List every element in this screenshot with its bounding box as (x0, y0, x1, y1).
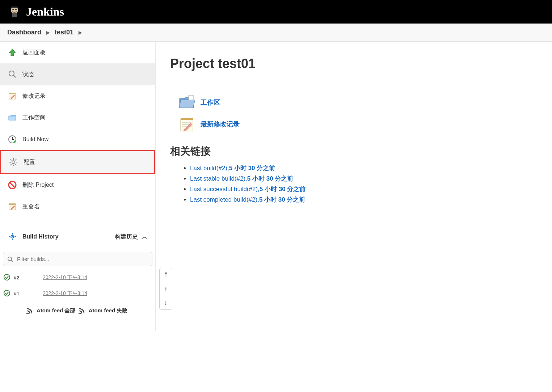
related-link-item: Last completed build(#2),5 小时 30 分之前 (190, 195, 538, 204)
arrow-up-icon (7, 47, 17, 58)
scroll-up-button[interactable]: ↑ (160, 282, 172, 296)
breadcrumb: Dashboard ▶ test01 ▶ (0, 24, 552, 42)
chevron-up-icon[interactable]: ︿ (142, 232, 148, 241)
page-title: Project test01 (170, 56, 538, 71)
sidebar-item-label: 删除 Project (22, 181, 54, 189)
sidebar-item-label: Build Now (22, 136, 49, 143)
sidebar-item-label: 重命名 (22, 203, 40, 211)
sidebar-item-label: 修改记录 (22, 92, 46, 100)
clock-play-icon (7, 134, 17, 144)
svg-point-33 (4, 274, 10, 280)
svg-rect-37 (181, 118, 193, 120)
build-row[interactable]: #1 2022-2-10 下午3:14 (0, 286, 155, 302)
rss-icon (79, 308, 85, 314)
header-title[interactable]: Jenkins (26, 5, 64, 18)
build-history-header[interactable]: Build History 构建历史 ︿ (0, 225, 155, 248)
svg-rect-35 (189, 96, 194, 100)
svg-line-17 (10, 159, 12, 160)
related-links-heading: 相关链接 (170, 144, 538, 158)
filter-builds-container (3, 252, 152, 266)
sidebar-item-label: 工作空间 (22, 114, 46, 122)
last-stable-build-link[interactable]: Last stable build(#2),5 小时 30 分之前 (190, 175, 293, 182)
notepad-pencil-icon (177, 115, 196, 134)
magnifier-icon (7, 69, 17, 79)
changes-link-row: 最新修改记录 (177, 115, 538, 134)
jenkins-logo-icon[interactable] (7, 5, 22, 19)
related-links-list: Last build(#2),5 小时 30 分之前 Last stable b… (170, 164, 538, 204)
sidebar-item-configure[interactable]: 配置 (0, 150, 155, 174)
svg-point-31 (8, 257, 12, 261)
svg-rect-23 (9, 204, 16, 210)
folder-open-icon (177, 93, 196, 112)
svg-point-3 (15, 9, 17, 10)
chevron-right-icon: ▶ (79, 30, 82, 35)
trend-icon (7, 232, 17, 242)
success-icon (4, 274, 11, 281)
workspace-link-row: 工作区 (177, 93, 538, 112)
svg-point-26 (12, 236, 13, 237)
svg-point-5 (9, 71, 14, 76)
svg-rect-24 (9, 203, 16, 205)
sidebar-item-workspace[interactable]: 工作空间 (0, 107, 155, 128)
svg-point-12 (12, 161, 15, 164)
sidebar-item-back-to-dashboard[interactable]: 返回面板 (0, 42, 155, 63)
folder-icon (7, 113, 17, 123)
svg-line-19 (10, 164, 12, 165)
notepad-icon (7, 202, 17, 212)
filter-builds-input[interactable] (3, 252, 152, 266)
related-link-item: Last build(#2),5 小时 30 分之前 (190, 164, 538, 172)
search-icon (7, 256, 13, 262)
atom-feed-row: Atom feed 全部 Atom feed 失败 (0, 302, 155, 320)
chevron-right-icon: ▶ (46, 30, 50, 35)
build-history-subtitle[interactable]: 构建历史 (115, 233, 138, 241)
sidebar-item-changes[interactable]: 修改记录 (0, 85, 155, 107)
gear-icon (8, 157, 18, 167)
related-link-item: Last stable build(#2),5 小时 30 分之前 (190, 174, 538, 183)
no-entry-icon (7, 180, 17, 190)
scroll-top-button[interactable]: ⤒ (160, 268, 172, 282)
related-link-item: Last successful build(#2),5 小时 30 分之前 (190, 185, 538, 193)
svg-rect-4 (11, 7, 18, 8)
notepad-icon (7, 91, 17, 101)
scroll-widget: ⤒ ↑ ↓ (159, 268, 172, 310)
build-history-title: Build History (22, 233, 115, 240)
build-date-link[interactable]: 2022-2-10 下午3:14 (43, 274, 87, 281)
sidebar-item-delete-project[interactable]: 删除 Project (0, 174, 155, 196)
svg-line-6 (13, 75, 16, 77)
svg-rect-1 (12, 13, 17, 17)
svg-line-32 (11, 260, 13, 262)
sidebar-item-label: 状态 (22, 71, 34, 78)
scroll-down-button[interactable]: ↓ (160, 296, 172, 309)
sidebar: 返回面板 状态 修改记录 工作空间 Build Now (0, 42, 156, 331)
atom-feed-all-link[interactable]: Atom feed 全部 (37, 307, 76, 313)
header-bar: Jenkins (0, 0, 552, 24)
sidebar-item-rename[interactable]: 重命名 (0, 196, 155, 218)
workspace-link[interactable]: 工作区 (201, 98, 220, 107)
last-successful-build-link[interactable]: Last successful build(#2),5 小时 30 分之前 (190, 186, 306, 193)
sidebar-item-status[interactable]: 状态 (0, 63, 155, 85)
sidebar-item-build-now[interactable]: Build Now (0, 128, 155, 150)
svg-line-20 (15, 159, 16, 160)
main-content: Project test01 工作区 最新修改记录 相关链接 Last buil… (156, 42, 552, 331)
sidebar-item-label: 返回面板 (22, 49, 46, 56)
success-icon (4, 290, 11, 297)
sidebar-item-label: 配置 (24, 159, 35, 166)
svg-rect-7 (9, 93, 16, 99)
last-build-link[interactable]: Last build(#2),5 小时 30 分之前 (190, 165, 275, 172)
svg-line-18 (15, 164, 16, 165)
build-date-link[interactable]: 2022-2-10 下午3:14 (43, 290, 87, 297)
build-row[interactable]: #2 2022-2-10 下午3:14 (0, 270, 155, 286)
svg-point-34 (4, 290, 10, 296)
build-number-link[interactable]: #2 (14, 275, 25, 281)
svg-point-2 (12, 9, 14, 10)
changes-link[interactable]: 最新修改记录 (201, 120, 240, 128)
last-completed-build-link[interactable]: Last completed build(#2),5 小时 30 分之前 (190, 196, 305, 203)
build-number-link[interactable]: #1 (14, 291, 25, 296)
breadcrumb-item-dashboard[interactable]: Dashboard (7, 29, 41, 36)
svg-rect-8 (9, 93, 16, 94)
atom-feed-fail-link[interactable]: Atom feed 失败 (89, 307, 128, 313)
breadcrumb-item-project[interactable]: test01 (55, 29, 73, 36)
rss-icon (26, 308, 33, 314)
